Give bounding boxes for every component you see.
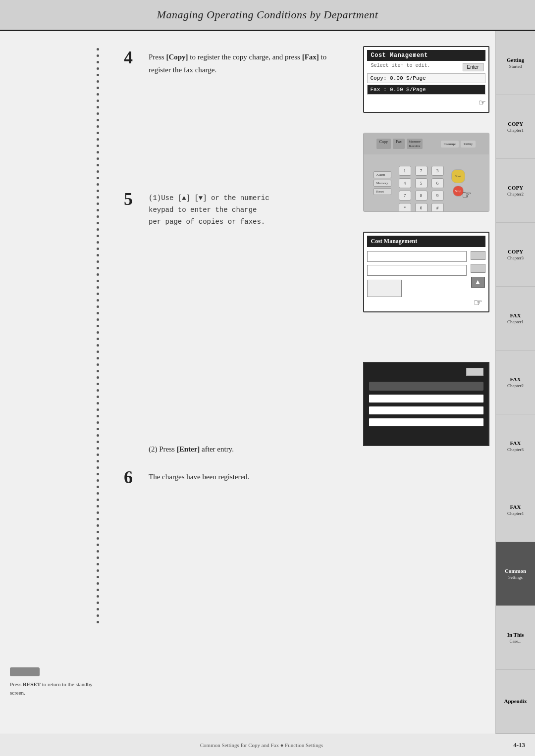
dot bbox=[97, 351, 99, 353]
cm2-btn-mid[interactable] bbox=[471, 264, 485, 273]
final-row-4 bbox=[369, 418, 483, 426]
tab-fax2-label: FAX bbox=[510, 376, 521, 383]
hand-pointer-machine: ☞ bbox=[462, 189, 472, 202]
key-0[interactable]: 0 bbox=[415, 203, 428, 212]
sidebar-tab-getting-started[interactable]: Getting Started bbox=[496, 31, 535, 95]
sidebar-tab-common-settings[interactable]: Common Settings bbox=[496, 542, 535, 606]
key-9[interactable]: 9 bbox=[431, 191, 444, 201]
dot bbox=[97, 441, 99, 443]
header-bar: Managing Operating Conditions by Departm… bbox=[0, 0, 535, 30]
cost-management-screen-1: Cost Management Select item to edit. Ent… bbox=[363, 46, 489, 113]
dot bbox=[97, 396, 99, 398]
key-hash[interactable]: # bbox=[431, 203, 444, 212]
dot bbox=[97, 318, 99, 321]
tab-copy3-label: COPY bbox=[508, 249, 523, 255]
cm2-input-1 bbox=[367, 251, 467, 262]
dot bbox=[97, 170, 99, 173]
cm2-arrow-up[interactable]: ▲ bbox=[471, 277, 485, 288]
cm-enter-button-1[interactable]: Enter bbox=[463, 63, 483, 71]
right-sidebar: Getting Started COPY Chapter1 COPY Chapt… bbox=[495, 31, 535, 734]
dot bbox=[97, 447, 99, 450]
dot bbox=[97, 383, 99, 385]
hand-pointer-1: ☞ bbox=[367, 97, 485, 109]
sidebar-tab-appendix[interactable]: Appendix bbox=[496, 670, 535, 734]
dot bbox=[97, 164, 99, 166]
machine-tab-copy: Copy bbox=[376, 139, 391, 149]
dot bbox=[97, 67, 99, 70]
reset-note-text: Press RESET to return to the standby scr… bbox=[10, 680, 94, 697]
page-title: Managing Operating Conditions by Departm… bbox=[157, 8, 378, 21]
key-5[interactable]: 5 bbox=[415, 178, 428, 188]
step-4: 4 Press [Copy] to register the copy char… bbox=[124, 51, 347, 79]
key-3[interactable]: 3 bbox=[431, 166, 444, 176]
tab-fax3-sublabel: Chapter3 bbox=[507, 447, 524, 452]
dot bbox=[97, 61, 99, 63]
sidebar-tab-fax-ch1[interactable]: FAX Chapter1 bbox=[496, 287, 535, 351]
dot bbox=[97, 511, 99, 514]
sidebar-tab-copy-ch2[interactable]: COPY Chapter2 bbox=[496, 159, 535, 223]
key-7[interactable]: 7 bbox=[415, 166, 428, 176]
dot bbox=[97, 402, 99, 404]
dot bbox=[97, 589, 99, 591]
tab-copy2-label: COPY bbox=[508, 185, 523, 191]
dot bbox=[97, 408, 99, 411]
dot bbox=[97, 389, 99, 392]
dot bbox=[97, 454, 99, 456]
tab-copy1-label: COPY bbox=[508, 121, 523, 127]
final-row-3 bbox=[369, 406, 483, 414]
dot-column bbox=[97, 46, 99, 756]
dot bbox=[97, 434, 99, 437]
tab-fax4-sublabel: Chapter4 bbox=[507, 511, 524, 516]
cm-title-1: Cost Management bbox=[367, 50, 485, 61]
dot bbox=[97, 119, 99, 121]
sidebar-tab-copy-ch3[interactable]: COPY Chapter3 bbox=[496, 223, 535, 287]
dot bbox=[97, 563, 99, 565]
step-5-sub2: (2) Press [Enter] after entry. bbox=[149, 443, 347, 456]
machine-btn-interrupt: Interrupt bbox=[441, 141, 459, 148]
tab-getting-sublabel: Started bbox=[509, 64, 522, 69]
dot bbox=[97, 145, 99, 147]
key-start[interactable]: Start bbox=[451, 169, 465, 183]
dot bbox=[97, 222, 99, 224]
key-7b[interactable]: 7 bbox=[399, 191, 411, 201]
final-registered-screen bbox=[363, 362, 489, 446]
dot bbox=[97, 524, 99, 527]
dot bbox=[97, 492, 99, 495]
dot bbox=[97, 460, 99, 462]
cm2-body: ▲ ☞ bbox=[367, 251, 485, 308]
cm2-btn-top[interactable] bbox=[471, 251, 485, 260]
sidebar-tab-copy-ch1[interactable]: COPY Chapter1 bbox=[496, 95, 535, 159]
hand-pointer-2: ☞ bbox=[474, 297, 482, 308]
key-1[interactable]: 1 bbox=[399, 166, 411, 176]
step-5-text: (1)Use [▲] [▼] or the numerickeypad to e… bbox=[149, 193, 347, 230]
dot bbox=[97, 54, 99, 57]
tab-common-sublabel: Settings bbox=[508, 575, 523, 580]
dot bbox=[97, 602, 99, 604]
dot bbox=[97, 518, 99, 520]
tab-common-label: Common bbox=[505, 568, 526, 574]
dot bbox=[97, 338, 99, 340]
dot bbox=[97, 415, 99, 417]
sidebar-tab-in-this-case[interactable]: In This Case... bbox=[496, 606, 535, 670]
screens-column: Cost Management Select item to edit. Ent… bbox=[357, 31, 495, 734]
dot bbox=[97, 428, 99, 430]
dot bbox=[97, 93, 99, 96]
dot bbox=[97, 157, 99, 160]
left-margin: Press RESET to return to the standby scr… bbox=[0, 31, 114, 756]
dot bbox=[97, 370, 99, 372]
tab-getting-label: Getting bbox=[507, 57, 524, 63]
key-4[interactable]: 4 bbox=[399, 178, 411, 188]
key-6[interactable]: 6 bbox=[431, 178, 444, 188]
dot bbox=[97, 421, 99, 424]
key-8[interactable]: 8 bbox=[415, 191, 428, 201]
tab-fax3-label: FAX bbox=[510, 440, 521, 447]
sidebar-tab-fax-ch3[interactable]: FAX Chapter3 bbox=[496, 414, 535, 478]
dot bbox=[97, 190, 99, 192]
final-row-2 bbox=[369, 395, 483, 403]
dot bbox=[97, 87, 99, 89]
machine-tab-memory: MemoryReceive bbox=[407, 139, 423, 149]
sidebar-tab-fax-ch4[interactable]: FAX Chapter4 bbox=[496, 478, 535, 542]
dot bbox=[97, 312, 99, 314]
key-star[interactable]: * bbox=[399, 203, 411, 212]
sidebar-tab-fax-ch2[interactable]: FAX Chapter2 bbox=[496, 351, 535, 414]
